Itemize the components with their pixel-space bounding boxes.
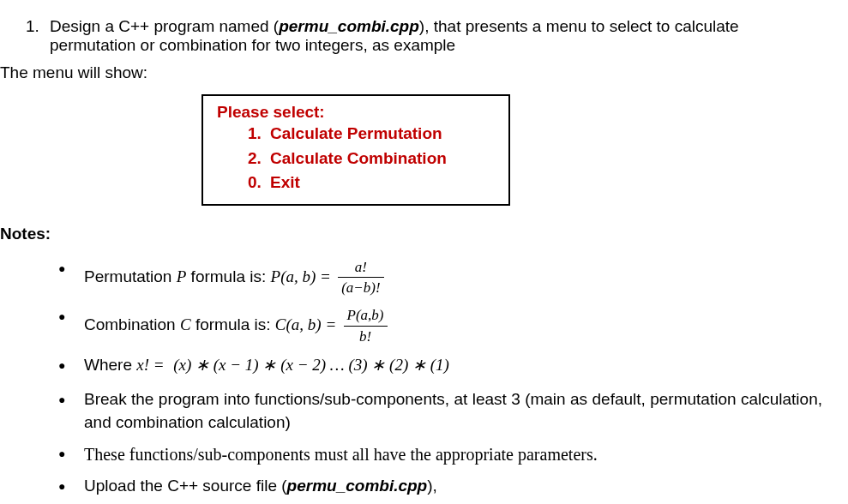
comb-frac-num: P(a,b)	[344, 305, 388, 327]
perm-fraction: a! (a−b)!	[338, 257, 383, 299]
bullet-factorial: ● Where x! = (x) ∗ (x − 1) ∗ (x − 2) … (…	[58, 354, 822, 377]
menu-list: 1.Calculate Permutation 2.Calculate Comb…	[248, 122, 495, 195]
comb-frac-den: b!	[344, 327, 388, 347]
upload-suffix: ),	[427, 477, 437, 495]
menu-item: 1.Calculate Permutation	[248, 122, 495, 147]
perm-prefix: Permutation	[84, 267, 177, 285]
bullet-combination: ● Combination C formula is: C(a, b) = P(…	[58, 305, 822, 347]
menu-item-num: 1.	[248, 122, 270, 147]
fact-prefix: Where	[84, 356, 136, 374]
menu-item: 2.Calculate Combination	[248, 147, 495, 171]
bullet-marker-icon: ●	[58, 257, 84, 275]
upload-filename: permu_combi.cpp	[287, 477, 428, 495]
bullet-break-program: ● Break the program into functions/sub-c…	[58, 388, 822, 434]
upload-prefix: Upload the C++ source file (	[84, 477, 287, 495]
perm-mid: formula is:	[186, 267, 270, 285]
comb-var: C	[180, 315, 191, 333]
perm-frac-den: (a−b)!	[338, 278, 383, 298]
menu-item-num: 2.	[248, 147, 270, 171]
question-filename: permu_combi.cpp	[279, 17, 419, 35]
fact-lhs: x! =	[136, 356, 164, 374]
menu-item-num: 0.	[248, 171, 270, 195]
menu-item: 0.Exit	[248, 171, 495, 195]
break-program-text: Break the program into functions/sub-com…	[84, 388, 822, 434]
notes-header: Notes:	[0, 225, 822, 243]
comb-func: C(a, b) =	[275, 315, 336, 333]
perm-func: P(a, b) =	[271, 267, 331, 285]
bullet-marker-icon: ●	[58, 388, 84, 406]
bullet-parameters: ● These functions/sub-components must al…	[58, 442, 822, 466]
parameters-text: These functions/sub-components must all …	[84, 442, 822, 466]
bullet-marker-icon: ●	[58, 305, 84, 323]
bullets-list: ● Permutation P formula is: P(a, b) = a!…	[58, 257, 822, 499]
menu-item-label: Exit	[270, 173, 300, 191]
comb-prefix: Combination	[84, 315, 180, 333]
question-text: Design a C++ program named (permu_combi.…	[50, 17, 822, 55]
menu-box: Please select: 1.Calculate Permutation 2…	[201, 94, 510, 206]
bullet-marker-icon: ●	[58, 442, 84, 460]
perm-frac-num: a!	[338, 257, 383, 279]
menu-intro: The menu will show:	[0, 63, 822, 82]
question-prefix: Design a C++ program named (	[50, 17, 279, 35]
menu-item-label: Calculate Combination	[270, 149, 447, 167]
menu-item-label: Calculate Permutation	[270, 124, 442, 142]
comb-fraction: P(a,b) b!	[344, 305, 388, 347]
fact-rhs: (x) ∗ (x − 1) ∗ (x − 2) … (3) ∗ (2) ∗ (1…	[173, 356, 449, 374]
question-number: 1.	[26, 17, 50, 55]
bullet-marker-icon: ●	[58, 475, 84, 493]
menu-header: Please select:	[217, 103, 495, 122]
bullet-upload: ● Upload the C++ source file (permu_comb…	[58, 475, 822, 498]
perm-var: P	[177, 267, 187, 285]
bullet-marker-icon: ●	[58, 354, 84, 372]
comb-mid: formula is:	[191, 315, 275, 333]
bullet-permutation: ● Permutation P formula is: P(a, b) = a!…	[58, 257, 822, 299]
